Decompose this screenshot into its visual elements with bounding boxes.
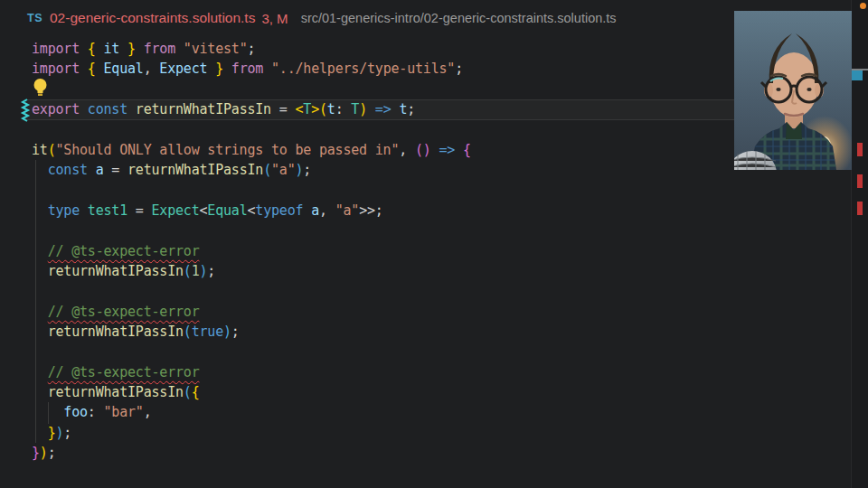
code-token: { — [192, 384, 200, 400]
code-token: ( — [184, 263, 192, 279]
code-token — [32, 425, 48, 441]
code-token: returnWhatIPassIn — [48, 263, 184, 279]
tab-filename[interactable]: 02-generic-constraints.solution.ts — [50, 10, 255, 26]
code-token — [367, 101, 375, 117]
code-line[interactable]: foo: "bar", — [0, 402, 819, 422]
code-token: >>; — [359, 202, 383, 219]
ruler-modified-mark[interactable] — [852, 70, 863, 80]
code-token — [32, 263, 48, 279]
ruler-error-mark[interactable] — [857, 143, 863, 156]
code-line[interactable]: import { it } from "vitest"; — [0, 39, 819, 59]
code-token: } — [32, 445, 40, 461]
code-token: >( — [311, 101, 327, 117]
code-token: => — [375, 101, 392, 117]
code-line[interactable] — [0, 221, 819, 240]
presenter-portrait — [734, 11, 852, 170]
code-line[interactable]: }); — [0, 423, 819, 443]
code-token: Expect — [152, 61, 216, 77]
code-token: } — [127, 41, 136, 57]
breadcrumb[interactable]: src/01-generics-intro/02-generic-constra… — [301, 11, 617, 25]
code-token: => — [439, 142, 455, 158]
code-line[interactable]: // @ts-expect-error — [0, 362, 819, 382]
code-token — [32, 324, 48, 340]
code-token: ; — [207, 263, 215, 279]
code-token: : — [335, 101, 352, 117]
code-token: import — [32, 61, 88, 77]
code-token: ; — [455, 61, 463, 77]
code-line[interactable] — [0, 342, 819, 361]
code-token: const — [48, 162, 96, 178]
code-token — [455, 142, 463, 158]
code-token: ) — [40, 445, 48, 461]
code-token: ; — [48, 445, 56, 461]
code-token: { — [88, 41, 96, 57]
code-token: export — [32, 101, 88, 117]
code-token: // @ts-expect-error — [48, 243, 200, 259]
code-token: T — [351, 101, 359, 117]
code-token: = — [127, 202, 152, 219]
code-token: ; — [231, 324, 240, 340]
code-token: from — [223, 61, 271, 77]
code-line[interactable]: const a = returnWhatIPassIn("a"); — [0, 160, 819, 180]
code-token: ( — [184, 324, 192, 340]
code-line[interactable]: returnWhatIPassIn(1); — [0, 261, 819, 281]
code-line[interactable] — [0, 281, 819, 301]
code-token: test1 — [88, 202, 127, 219]
code-line[interactable] — [0, 180, 819, 200]
code-token: : — [88, 404, 104, 420]
code-token: t — [399, 101, 407, 117]
code-token: "bar" — [104, 404, 144, 420]
code-line[interactable]: returnWhatIPassIn({ — [0, 382, 819, 402]
code-token: it — [96, 41, 127, 57]
code-token: from — [136, 41, 184, 57]
ruler-error-mark[interactable] — [857, 202, 863, 215]
code-token — [32, 202, 48, 219]
code-token: T — [303, 101, 311, 117]
code-token: // @ts-expect-error — [48, 364, 200, 380]
code-line[interactable]: // @ts-expect-error — [0, 241, 819, 261]
code-token: returnWhatIPassIn — [48, 324, 184, 340]
code-line[interactable] — [0, 80, 819, 99]
ruler-error-mark[interactable] — [857, 174, 863, 188]
code-token: , — [144, 61, 152, 77]
code-token: ( — [48, 142, 56, 158]
code-token: type — [48, 202, 88, 219]
code-token: ) — [199, 263, 207, 279]
typescript-file-icon: TS — [27, 12, 42, 24]
code-token — [32, 243, 48, 259]
code-token: const — [88, 101, 136, 117]
code-line[interactable]: returnWhatIPassIn(true); — [0, 322, 819, 342]
code-token: < — [295, 101, 303, 117]
code-token: "a" — [271, 162, 296, 178]
code-line[interactable]: // @ts-expect-error — [0, 302, 819, 322]
code-token: ( — [263, 162, 271, 178]
code-token: true — [192, 324, 223, 340]
code-token: ; — [407, 101, 415, 117]
code-line[interactable]: type test1 = Expect<Equal<typeof a, "a">… — [0, 201, 819, 221]
tab-problems-modified-badge: 3, M — [261, 11, 288, 26]
code-line[interactable]: import { Equal, Expect } from "../helper… — [0, 59, 819, 79]
code-token: , — [319, 202, 335, 219]
code-line[interactable] — [0, 119, 819, 139]
code-token: returnWhatIPassIn — [48, 384, 184, 400]
code-token: it — [32, 142, 48, 158]
code-token: typeof — [255, 202, 311, 219]
code-line[interactable]: export const returnWhatIPassIn = <T>(t: … — [0, 99, 819, 119]
code-token: "../helpers/type-utils" — [271, 61, 455, 77]
webcam-video — [734, 11, 852, 170]
code-token — [32, 364, 48, 380]
code-token: = — [271, 101, 296, 117]
code-token: < — [247, 202, 255, 219]
code-token: } — [48, 425, 56, 441]
code-line[interactable]: }); — [0, 443, 819, 463]
code-token: } — [215, 61, 223, 77]
code-token: Equal — [207, 202, 247, 219]
code-token — [32, 304, 48, 320]
code-token: ) — [295, 162, 303, 178]
code-line[interactable]: it("Should ONLY allow strings to be pass… — [0, 140, 819, 160]
code-token: < — [199, 202, 207, 219]
code-token: , — [399, 142, 415, 158]
code-token: // @ts-expect-error — [48, 304, 200, 320]
overview-ruler[interactable] — [851, 0, 868, 488]
code-token — [32, 162, 48, 178]
